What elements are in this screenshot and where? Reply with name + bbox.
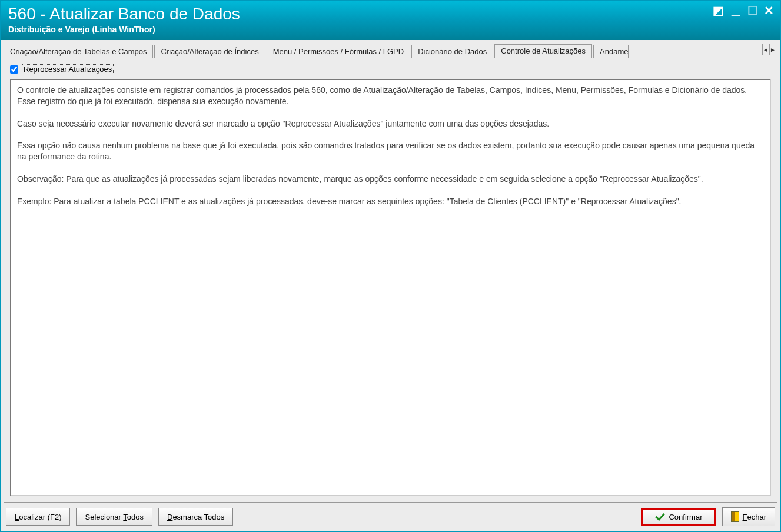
- info-text: O controle de atualizações consiste em r…: [10, 79, 771, 496]
- app-window: 560 - Atualizar Banco de Dados Distribui…: [0, 0, 781, 532]
- close-icon[interactable]: ✕: [764, 5, 774, 16]
- tab-criacao-indices[interactable]: Criação/Alteração de Índices: [154, 45, 265, 58]
- tab-menu-permissoes[interactable]: Menu / Permissões / Fórmulas / LGPD: [267, 45, 411, 58]
- reprocessar-checkbox-row: Reprocessar Atualizações: [10, 64, 771, 74]
- tab-scroll-left-icon[interactable]: ◄: [762, 44, 769, 55]
- button-label: Desmarca Todos: [167, 513, 224, 521]
- bottom-bar: Localizar (F2) Selecionar Todos Desmarca…: [4, 503, 777, 528]
- check-icon: [654, 513, 665, 521]
- tab-andamento[interactable]: Andame: [593, 45, 629, 58]
- confirmar-button[interactable]: Confirmar: [641, 508, 716, 526]
- selecionar-todos-button[interactable]: Selecionar Todos: [76, 508, 152, 526]
- localizar-button[interactable]: Localizar (F2): [6, 508, 70, 526]
- tab-scroll-right-icon[interactable]: ►: [769, 44, 776, 55]
- minimize-icon[interactable]: ＿: [730, 5, 742, 16]
- tab-criacao-tabelas[interactable]: Criação/Alteração de Tabelas e Campos: [4, 45, 153, 58]
- window-controls: ◩ ＿ ☐ ✕: [713, 5, 774, 16]
- restore-alt-icon[interactable]: ◩: [713, 5, 724, 16]
- content-area: Criação/Alteração de Tabelas e Campos Cr…: [1, 40, 780, 531]
- maximize-icon[interactable]: ☐: [747, 5, 758, 16]
- tabstrip: Criação/Alteração de Tabelas e Campos Cr…: [4, 42, 777, 58]
- button-label: Selecionar Todos: [85, 513, 144, 521]
- desmarca-todos-button[interactable]: Desmarca Todos: [158, 508, 233, 526]
- tab-panel: Reprocessar Atualizações O controle de a…: [4, 58, 777, 503]
- titlebar: 560 - Atualizar Banco de Dados Distribui…: [1, 1, 780, 40]
- window-title: 560 - Atualizar Banco de Dados: [8, 5, 773, 24]
- reprocessar-label[interactable]: Reprocessar Atualizações: [22, 64, 114, 74]
- window-subtitle: Distribuição e Varejo (Linha WinThor): [8, 25, 773, 34]
- button-label: Localizar (F2): [15, 513, 61, 521]
- button-label: Confirmar: [669, 513, 702, 521]
- door-exit-icon: [731, 511, 739, 522]
- reprocessar-checkbox[interactable]: [10, 65, 18, 74]
- tab-dicionario[interactable]: Dicionário de Dados: [411, 45, 493, 58]
- tab-controle-atualizacoes[interactable]: Controle de Atualizações: [494, 44, 592, 58]
- fechar-button[interactable]: Fechar: [722, 507, 775, 526]
- button-label: Fechar: [743, 513, 766, 521]
- tab-scroll: ◄ ►: [762, 44, 776, 55]
